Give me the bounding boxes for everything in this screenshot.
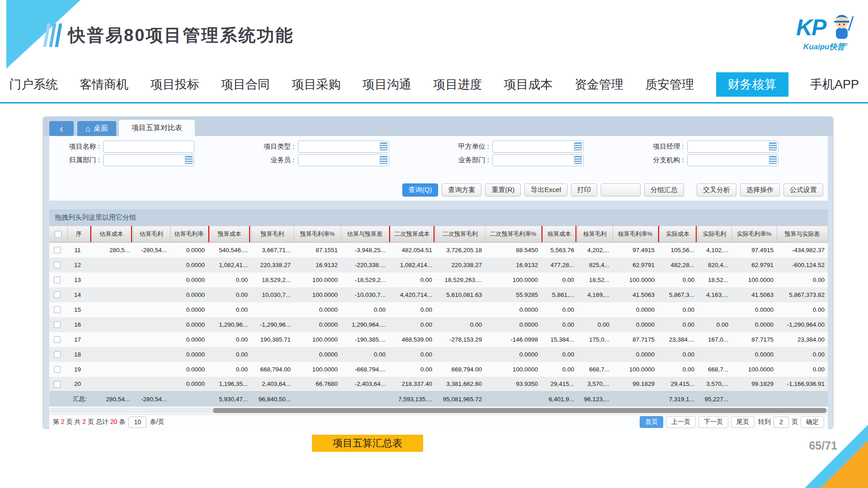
column-header[interactable]: 二次预算毛利	[435, 226, 485, 243]
row-checkbox[interactable]	[54, 262, 61, 268]
column-header[interactable]: 核算毛利率%	[613, 226, 658, 243]
tab-active[interactable]: 项目五算对比表	[119, 120, 195, 136]
nav-item[interactable]: 项目沟通	[363, 76, 411, 93]
toolbar-button[interactable]: 打印	[571, 183, 597, 197]
filter-input[interactable]	[298, 154, 389, 166]
toolbar-button[interactable]: 导出Excel	[524, 183, 567, 197]
toolbar-button[interactable]: 交叉分析	[697, 183, 736, 197]
column-header[interactable]: 实际毛利	[698, 226, 731, 243]
select-all-header[interactable]	[49, 226, 67, 243]
lookup-icon[interactable]	[380, 156, 387, 164]
data-cell	[90, 362, 133, 377]
toolbar-button[interactable]: 分组汇总	[644, 183, 684, 197]
lookup-icon[interactable]	[574, 142, 582, 150]
nav-item[interactable]: 质安管理	[645, 76, 694, 93]
nav-item[interactable]: 项目采购	[292, 76, 340, 93]
tab-desktop[interactable]: ⌂ 桌面	[77, 121, 116, 136]
row-checkbox[interactable]	[54, 381, 61, 388]
column-header[interactable]: 二次预算毛利率%	[485, 226, 541, 243]
column-header[interactable]: 估算与预算差	[341, 226, 389, 243]
pagination-bar: 第 2 页 共 2 页 总计 20 条 10 条/页 首页 上一页 下一页 尾页…	[49, 414, 828, 430]
nav-item[interactable]: 手机APP	[810, 76, 859, 93]
column-header[interactable]: 预算毛利率%	[294, 226, 341, 243]
prev-page-button[interactable]: 上一页	[666, 416, 696, 428]
table-row[interactable]: 130.00000.0018,529,2...100.0000-18,529,2…	[49, 272, 828, 287]
last-page-button[interactable]: 尾页	[731, 416, 755, 428]
toolbar-button[interactable]: 重置(R)	[485, 183, 521, 197]
data-cell	[577, 347, 613, 362]
nav-item[interactable]: 门户系统	[9, 76, 58, 93]
lookup-icon[interactable]	[574, 156, 582, 164]
table-row[interactable]: 160.00001,290,96...-1,290,96...0.00001,2…	[49, 317, 828, 332]
page-size-input[interactable]: 10	[128, 417, 146, 428]
table-row[interactable]: 140.00000.0010,030,7...100.0000-10,030,7…	[49, 287, 828, 302]
next-page-button[interactable]: 下一页	[698, 416, 728, 428]
blank-button[interactable]	[601, 183, 641, 197]
nav-item[interactable]: 项目投标	[151, 76, 199, 93]
summary-cell: 7,593,135....	[389, 392, 435, 407]
row-checkbox[interactable]	[54, 321, 61, 328]
row-checkbox[interactable]	[54, 277, 61, 283]
column-header[interactable]: 实际毛利率%	[731, 226, 777, 243]
row-checkbox[interactable]	[54, 306, 61, 313]
filter-input[interactable]	[298, 141, 389, 153]
nav-item[interactable]: 项目成本	[504, 76, 553, 93]
column-header[interactable]: 估算毛利率	[170, 226, 208, 243]
column-header[interactable]: 预算毛利	[251, 226, 294, 243]
nav-item[interactable]: 财务核算	[716, 72, 788, 97]
table-row[interactable]: 11280,5...-280,54...0.0000540,546....3,6…	[49, 243, 828, 258]
column-header[interactable]: 估算毛利	[133, 226, 170, 243]
toolbar-button[interactable]: 选择操作	[740, 183, 780, 197]
horizontal-scrollbar-thumb[interactable]	[213, 408, 826, 413]
group-drop-zone[interactable]: 拖拽列头到这里以用它分组	[49, 209, 828, 225]
back-button[interactable]: ‹	[49, 121, 74, 136]
row-checkbox[interactable]	[54, 351, 61, 358]
first-page-button[interactable]: 首页	[640, 416, 663, 428]
nav-item[interactable]: 项目合同	[221, 76, 270, 93]
data-cell: 477,28...	[541, 258, 577, 272]
summary-cell	[294, 392, 341, 407]
lookup-icon[interactable]	[185, 156, 193, 164]
filter-input[interactable]	[492, 154, 584, 166]
select-all-checkbox[interactable]	[55, 231, 61, 238]
table-row[interactable]: 200.00001,196,35...2,403,64...66.7680-2,…	[49, 377, 828, 392]
data-cell: 220,338.27	[435, 258, 485, 272]
table-row[interactable]: 120.00001,082,41...220,338.2716.9132-220…	[49, 258, 828, 272]
nav-item[interactable]: 项目进度	[433, 76, 482, 93]
column-header[interactable]: 序	[67, 226, 90, 243]
table-row[interactable]: 150.00000.000.00000.000.000.00000.000.00…	[49, 302, 828, 317]
column-header[interactable]: 实际成本	[658, 226, 698, 243]
filter-input[interactable]	[687, 154, 778, 166]
lookup-icon[interactable]	[769, 142, 777, 150]
toolbar-button[interactable]: 查询(Q)	[402, 183, 439, 197]
data-cell: 41.5063	[613, 287, 658, 302]
table-row[interactable]: 190.00000.00668,794.00100.0000-668,794..…	[49, 362, 828, 377]
column-header[interactable]: 二次预算成本	[389, 226, 435, 243]
data-cell: 0.00	[389, 347, 435, 362]
lookup-icon[interactable]	[769, 156, 777, 164]
table-row[interactable]: 170.00000.00190,385.71100.0000-190,385..…	[49, 332, 828, 347]
data-cell: 3,570,...	[577, 377, 613, 392]
column-header[interactable]: 预算成本	[208, 226, 251, 243]
column-header[interactable]: 估算成本	[90, 226, 133, 243]
filter-input[interactable]	[492, 141, 584, 153]
horizontal-scrollbar[interactable]	[49, 408, 828, 413]
toolbar-button[interactable]: 公式设置	[783, 183, 823, 197]
filter-input[interactable]	[687, 141, 778, 153]
table-row[interactable]: 180.00000.000.00000.000.000.00000.000.00…	[49, 347, 828, 362]
toolbar-button[interactable]: 查询方案	[442, 183, 481, 197]
column-header[interactable]: 核算成本	[541, 226, 577, 243]
row-checkbox[interactable]	[54, 247, 61, 253]
row-checkbox[interactable]	[54, 291, 61, 298]
row-checkbox[interactable]	[54, 336, 61, 343]
nav-item[interactable]: 资金管理	[575, 76, 623, 93]
lookup-icon[interactable]	[380, 142, 387, 150]
goto-page-input[interactable]: 2	[774, 417, 789, 428]
confirm-button[interactable]: 确定	[801, 416, 824, 428]
row-checkbox[interactable]	[54, 366, 61, 373]
column-header[interactable]: 核算毛利	[577, 226, 613, 243]
nav-item[interactable]: 客情商机	[80, 76, 128, 93]
filter-input[interactable]	[103, 141, 194, 153]
column-header[interactable]: 预算与实际差	[777, 226, 828, 243]
filter-input[interactable]	[103, 154, 194, 166]
